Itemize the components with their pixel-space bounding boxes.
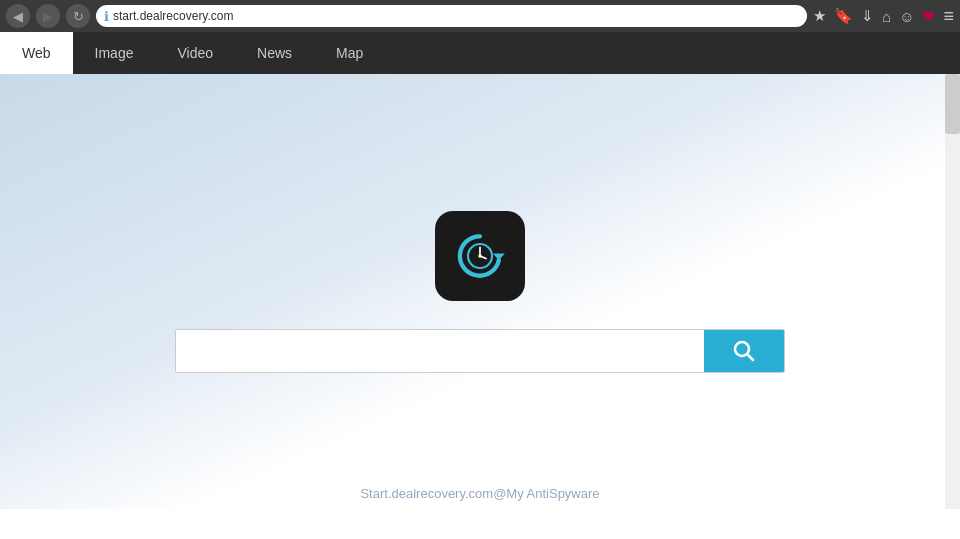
search-bar: [175, 329, 785, 373]
nav-tabs: Web Image Video News Map: [0, 32, 960, 74]
search-icon: [733, 340, 755, 362]
browser-chrome: ◀ ▶ ↻ ℹ start.dealrecovery.com ★ 🔖 ⇓ ⌂ ☺…: [0, 0, 960, 74]
tab-news[interactable]: News: [235, 32, 314, 74]
site-logo: [435, 211, 525, 301]
star-icon[interactable]: ★: [813, 7, 826, 25]
scrollbar-thumb[interactable]: [945, 74, 960, 134]
svg-line-7: [748, 354, 754, 360]
info-icon: ℹ: [104, 9, 109, 24]
forward-button[interactable]: ▶: [36, 4, 60, 28]
home-icon[interactable]: ⌂: [882, 8, 891, 25]
tab-map[interactable]: Map: [314, 32, 385, 74]
tab-video[interactable]: Video: [155, 32, 235, 74]
back-button[interactable]: ◀: [6, 4, 30, 28]
search-button[interactable]: [704, 330, 784, 372]
refresh-button[interactable]: ↻: [66, 4, 90, 28]
url-text: start.dealrecovery.com: [113, 9, 799, 23]
download-icon[interactable]: ⇓: [861, 7, 874, 25]
tab-web[interactable]: Web: [0, 32, 73, 74]
footer-text: Start.dealrecovery.com@My AntiSpyware: [360, 486, 599, 501]
pocket-icon[interactable]: ❤: [922, 7, 935, 26]
svg-point-5: [478, 254, 481, 257]
tab-image[interactable]: Image: [73, 32, 156, 74]
address-bar: ◀ ▶ ↻ ℹ start.dealrecovery.com ★ 🔖 ⇓ ⌂ ☺…: [0, 0, 960, 32]
clock-icon: [450, 226, 510, 286]
menu-icon[interactable]: ≡: [943, 6, 954, 27]
scrollbar[interactable]: [945, 74, 960, 509]
page-content: Start.dealrecovery.com@My AntiSpyware: [0, 74, 960, 509]
url-bar[interactable]: ℹ start.dealrecovery.com: [96, 5, 807, 27]
search-input[interactable]: [176, 330, 704, 372]
sync-icon[interactable]: ☺: [899, 8, 914, 25]
toolbar-icons: ★ 🔖 ⇓ ⌂ ☺ ❤ ≡: [813, 6, 954, 27]
bookmark-icon[interactable]: 🔖: [834, 7, 853, 25]
